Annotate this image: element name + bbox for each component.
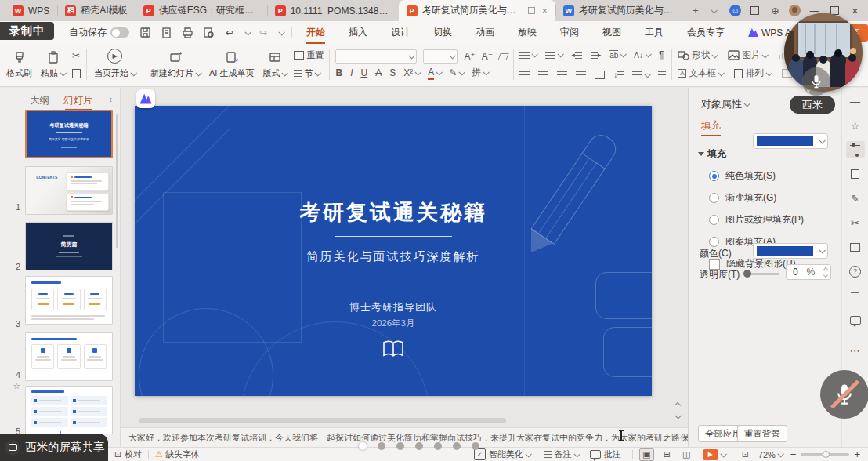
cut-icon[interactable]: ✂: [72, 50, 81, 61]
para-spacing-button[interactable]: [632, 71, 649, 78]
superscript-button[interactable]: X²: [403, 67, 420, 78]
tab-close-icon[interactable]: ×: [542, 5, 548, 16]
menu-member[interactable]: 会员专享: [685, 23, 726, 42]
menu-tools[interactable]: 工具: [643, 23, 665, 42]
account-avatar[interactable]: [789, 5, 801, 16]
reading-view-button[interactable]: ◫: [680, 449, 693, 460]
phonetic-button[interactable]: 拼: [472, 66, 488, 79]
increase-font-button[interactable]: A⁺: [464, 51, 475, 62]
shapes-button[interactable]: 形状: [678, 49, 717, 61]
zoom-dropdown[interactable]: [777, 451, 783, 457]
close-button[interactable]: ×: [848, 4, 862, 17]
autosave-toggle[interactable]: [110, 27, 129, 38]
font-family-select[interactable]: [335, 49, 417, 64]
slide-thumbnail-5[interactable]: [25, 332, 113, 381]
slide-thumbnail-3[interactable]: 简历篇: [25, 222, 113, 270]
color-dropdown[interactable]: [753, 243, 828, 259]
italic-button[interactable]: I: [350, 67, 353, 78]
textbox-button[interactable]: A文本框: [678, 67, 723, 79]
zoom-slider[interactable]: [801, 453, 849, 456]
tab-list-dropdown[interactable]: [704, 0, 722, 21]
wps-ai-assistant-button[interactable]: [136, 89, 155, 108]
zoom-in-button[interactable]: +: [854, 448, 860, 460]
proofread-button[interactable]: 校对: [125, 448, 142, 460]
justify-button[interactable]: [576, 71, 586, 78]
slide-thumbnail-6[interactable]: [25, 386, 113, 434]
clear-format-icon[interactable]: [498, 53, 509, 60]
font-color-button[interactable]: A: [428, 67, 441, 79]
feedback-smiley-icon[interactable]: ☺: [729, 5, 741, 16]
animation-pane-icon[interactable]: [846, 165, 865, 183]
copy-icon[interactable]: [72, 69, 81, 78]
solid-fill-option[interactable]: 纯色填充(S): [709, 169, 841, 183]
tab-wps-home[interactable]: W WPS: [5, 0, 57, 21]
cut-tools-icon[interactable]: ✂: [846, 214, 865, 231]
bold-button[interactable]: B: [335, 67, 342, 78]
menu-transition[interactable]: 切换: [432, 23, 454, 42]
redo-icon[interactable]: ↪: [255, 25, 271, 41]
redo-dropdown[interactable]: [278, 29, 284, 35]
undo-icon[interactable]: ↩: [222, 25, 237, 41]
menu-design[interactable]: 设计: [389, 23, 411, 42]
missing-fonts-button[interactable]: 缺失字体: [165, 448, 200, 460]
fill-section-header[interactable]: 填充: [698, 147, 841, 161]
slide-sorter-view-button[interactable]: ⊞: [660, 449, 674, 460]
tab-esg-document[interactable]: P 供应链ESG：研究框架、挑战与未来: [136, 0, 267, 21]
slideshow-play-button[interactable]: ▶: [703, 449, 718, 460]
play-options-dropdown[interactable]: [720, 451, 726, 457]
menu-review[interactable]: 审阅: [559, 23, 580, 42]
underline-button[interactable]: U: [360, 67, 367, 78]
text-direction-button[interactable]: ab: [609, 50, 625, 60]
smart-beautify-button[interactable]: ✓智能美化: [474, 448, 530, 460]
tab-active-presentation[interactable]: P 考研复试简历美化与面试技巧 ×: [399, 0, 555, 21]
outline-tab[interactable]: 大纲: [30, 94, 49, 107]
reset-background-button[interactable]: 重置背景: [737, 425, 787, 442]
favorites-star-icon[interactable]: ☆: [846, 117, 865, 134]
picture-texture-fill-option[interactable]: 图片或纹理填充(P): [709, 213, 841, 227]
notes-collapse-icon[interactable]: [675, 412, 681, 419]
menu-animation[interactable]: 动画: [474, 23, 496, 42]
tab-docer-templates[interactable]: 稻 稻壳AI模板: [57, 0, 135, 21]
workspace-icon[interactable]: [748, 4, 761, 17]
tab-word-document[interactable]: W 考研复试简历美化与面试技巧培训: [555, 0, 687, 21]
zoom-out-button[interactable]: −: [790, 448, 797, 460]
picture-button[interactable]: 图片: [728, 49, 767, 61]
normal-view-button[interactable]: ▣: [639, 448, 654, 461]
muted-mic-button[interactable]: [820, 370, 868, 419]
sort-text-button[interactable]: A↓: [634, 51, 650, 60]
align-left-button[interactable]: [519, 71, 530, 78]
distribute-button[interactable]: [658, 71, 666, 78]
slide-thumbnail-4[interactable]: [25, 276, 113, 325]
save-icon[interactable]: [137, 25, 153, 41]
section-button[interactable]: 节: [294, 67, 324, 79]
strikethrough-button[interactable]: A: [375, 67, 382, 78]
numbered-list-button[interactable]: [545, 52, 562, 59]
fit-slide-button[interactable]: ⊡: [739, 449, 752, 460]
increase-indent-button[interactable]: ▸: [591, 51, 602, 59]
paste-button[interactable]: 粘贴: [39, 47, 67, 82]
collapse-panel-button[interactable]: —: [846, 93, 865, 110]
notes-button[interactable]: 备注: [544, 448, 579, 460]
output-icon[interactable]: [158, 25, 174, 41]
resources-icon[interactable]: [846, 287, 865, 304]
object-properties-icon[interactable]: [846, 141, 865, 158]
selection-frame-icon[interactable]: [846, 238, 865, 256]
sidebar-scrollbar[interactable]: [116, 114, 118, 248]
menu-home[interactable]: 开始: [305, 23, 327, 42]
transparency-slider[interactable]: [745, 273, 779, 275]
reset-button[interactable]: 重置: [294, 49, 324, 61]
menu-insert[interactable]: 插入: [347, 23, 369, 42]
fill-tab[interactable]: 填充: [701, 119, 721, 136]
ai-generate-page-button[interactable]: AI 生成单页: [208, 47, 255, 82]
align-right-button[interactable]: [557, 71, 567, 78]
design-pen-icon[interactable]: ✎: [846, 190, 865, 207]
theme-globe-icon[interactable]: ⊕: [769, 4, 782, 17]
print-preview-icon[interactable]: [201, 25, 216, 41]
fill-color-dropdown[interactable]: [753, 133, 828, 149]
line-spacing-button[interactable]: ↕: [613, 71, 624, 79]
play-from-current-button[interactable]: ▶ 当页开始: [92, 47, 137, 82]
bullet-list-button[interactable]: [519, 52, 537, 59]
slides-tab[interactable]: 幻灯片: [63, 94, 93, 107]
slide-editor-surface[interactable]: 考研复试通关秘籍 简历美化与面试技巧深度解析 博士考研指导团队 2026年3月: [135, 106, 652, 396]
slide-canvas[interactable]: 考研复试通关秘籍 简历美化与面试技巧深度解析 博士考研指导团队 2026年3月: [121, 88, 688, 427]
